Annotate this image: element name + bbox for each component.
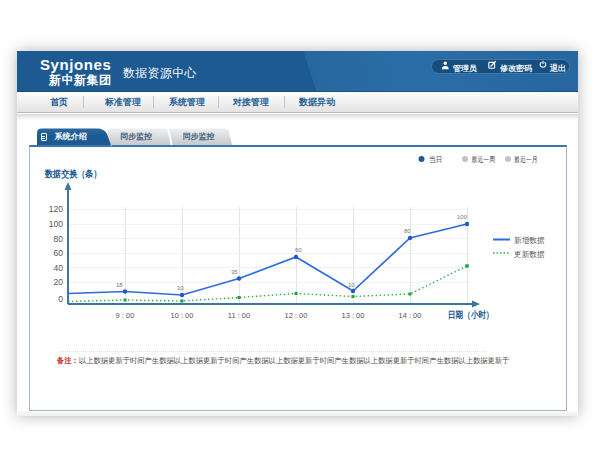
svg-text:80: 80 xyxy=(404,228,411,234)
svg-text:60: 60 xyxy=(54,248,64,258)
svg-text:更新数据: 更新数据 xyxy=(514,250,545,259)
svg-text:最近一周: 最近一周 xyxy=(472,155,496,164)
svg-text:80: 80 xyxy=(54,234,64,244)
svg-text:11 : 00: 11 : 00 xyxy=(228,311,250,320)
svg-text:日期（小时）: 日期（小时） xyxy=(448,309,494,321)
svg-text:18: 18 xyxy=(116,282,123,288)
svg-text:数据交换（条）: 数据交换（条） xyxy=(44,168,101,180)
svg-text:10: 10 xyxy=(348,282,355,288)
svg-text:120: 120 xyxy=(49,204,63,214)
svg-text:40: 40 xyxy=(54,263,64,273)
svg-text:9 : 00: 9 : 00 xyxy=(116,311,135,320)
svg-text:最近一月: 最近一月 xyxy=(514,155,538,164)
svg-text:14 : 00: 14 : 00 xyxy=(399,311,422,320)
svg-text:12 : 00: 12 : 00 xyxy=(285,311,308,320)
svg-text:13 : 00: 13 : 00 xyxy=(342,311,365,320)
svg-text:新增数据: 新增数据 xyxy=(514,236,545,245)
svg-text:100: 100 xyxy=(49,219,63,229)
svg-text:当日: 当日 xyxy=(429,155,443,164)
svg-text:0: 0 xyxy=(58,294,63,304)
svg-text:60: 60 xyxy=(295,247,302,253)
svg-text:20: 20 xyxy=(54,277,64,287)
svg-text:35: 35 xyxy=(231,269,238,275)
svg-text:10: 10 xyxy=(177,285,184,291)
svg-text:10 : 00: 10 : 00 xyxy=(171,311,194,320)
svg-text:100: 100 xyxy=(457,214,468,220)
